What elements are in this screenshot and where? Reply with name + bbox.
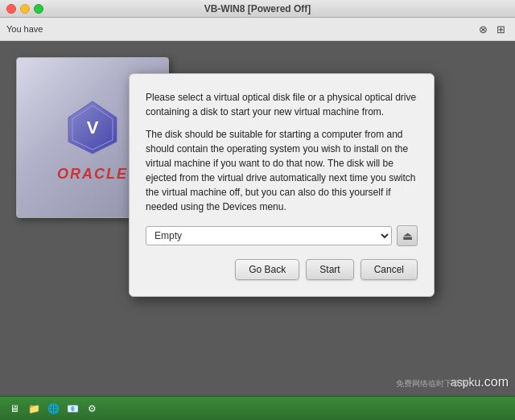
- main-area: You have ⊗ ⊞ V: [0, 18, 515, 402]
- eject-button[interactable]: ⏏: [397, 225, 418, 246]
- taskbar-icon-3[interactable]: 🌐: [45, 401, 61, 417]
- go-back-button[interactable]: Go Back: [235, 259, 299, 280]
- cancel-button[interactable]: Cancel: [360, 259, 418, 280]
- taskbar-icon-1[interactable]: 🖥: [6, 401, 23, 417]
- top-right-icons: ⊗ ⊞: [475, 21, 509, 37]
- window-title: VB-WIN8 [Powered Off]: [204, 3, 311, 14]
- taskbar-icon-4[interactable]: 📧: [64, 401, 80, 417]
- dialog: Please select a virtual optical disk fil…: [129, 73, 435, 297]
- taskbar-icon-5[interactable]: ⚙: [84, 401, 100, 417]
- start-button[interactable]: Start: [306, 259, 353, 280]
- expand-icon[interactable]: ⊞: [492, 21, 509, 37]
- svg-text:V: V: [87, 117, 99, 138]
- taskbar: 🖥 📁 🌐 📧 ⚙: [0, 396, 515, 420]
- minimize-button[interactable]: [20, 4, 30, 14]
- close-icon[interactable]: ⊗: [475, 21, 491, 37]
- taskbar-icon-2[interactable]: 📁: [26, 401, 42, 417]
- titlebar: VB-WIN8 [Powered Off]: [0, 0, 515, 18]
- dropdown-row: Empty ⏏: [146, 225, 418, 246]
- vbox-content: V ORACLE Please select a virtual optical…: [0, 41, 515, 402]
- maximize-button[interactable]: [34, 4, 43, 14]
- oracle-text: ORACLE: [57, 166, 128, 183]
- virtualbox-v-icon: V: [60, 93, 125, 158]
- disk-dropdown[interactable]: Empty: [146, 226, 392, 245]
- buttons-row: Go Back Start Cancel: [146, 259, 418, 280]
- window-controls[interactable]: [6, 4, 43, 14]
- notification-text: You have: [6, 24, 43, 34]
- dialog-text: Please select a virtual optical disk fil…: [146, 90, 418, 214]
- notification-bar: You have ⊗ ⊞: [0, 18, 515, 41]
- dialog-paragraph-1: Please select a virtual optical disk fil…: [146, 90, 418, 119]
- close-button[interactable]: [6, 4, 16, 14]
- dialog-paragraph-2: The disk should be suitable for starting…: [146, 127, 418, 214]
